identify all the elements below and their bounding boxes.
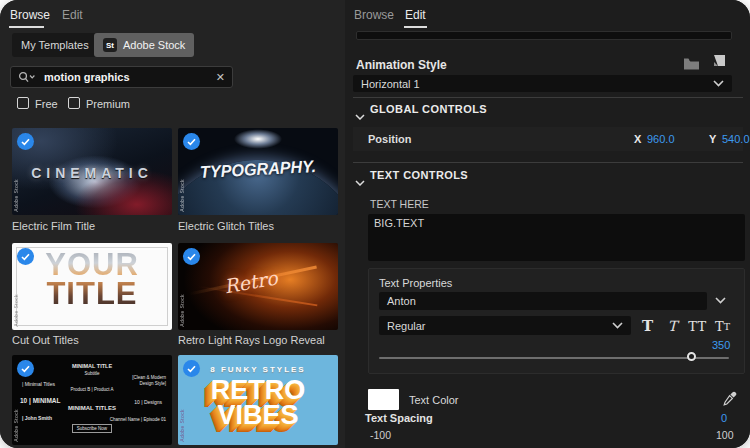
stock-watermark: Adobe Stock bbox=[179, 294, 185, 327]
template-caption: Electric Glitch Titles bbox=[178, 220, 274, 232]
tab-browse-left[interactable]: Browse bbox=[10, 8, 50, 22]
template-retro-vibes[interactable]: Adobe Stock 8 FUNKY STYLES RETROVIBES bbox=[178, 355, 338, 445]
font-size-slider-handle[interactable] bbox=[687, 352, 696, 361]
stock-watermark: Adobe Stock bbox=[179, 409, 185, 442]
selected-check-icon bbox=[17, 360, 34, 377]
text-controls-header[interactable]: TEXT CONTROLS bbox=[370, 169, 468, 181]
selected-check-icon bbox=[17, 133, 34, 150]
subscribe-box: Subscribe Now bbox=[72, 424, 112, 433]
stock-watermark: Adobe Stock bbox=[13, 409, 19, 442]
template-caption: Retro Light Rays Logo Reveal bbox=[178, 334, 325, 346]
text-spacing-max: 100 bbox=[716, 429, 734, 441]
template-electric-film-title[interactable]: Adobe Stock CINEMATIC bbox=[12, 128, 172, 215]
art-line-2: VIBES bbox=[178, 403, 338, 428]
checkbox-premium[interactable] bbox=[68, 97, 80, 109]
text-input-area[interactable]: BIG.TEXT bbox=[368, 214, 745, 261]
thumbnail-tagline: 8 FUNKY STYLES bbox=[178, 365, 338, 374]
mini-title-text: Subscribe Now bbox=[12, 426, 172, 432]
adobe-stock-icon: St bbox=[103, 38, 117, 52]
template-name-bar[interactable] bbox=[356, 31, 732, 40]
position-x-value[interactable]: 960.0 bbox=[647, 133, 675, 145]
small-caps-big-glyph: T bbox=[715, 319, 724, 334]
animation-style-value: Horizontal 1 bbox=[361, 78, 420, 90]
stock-watermark: Adobe Stock bbox=[13, 294, 19, 327]
faux-italic-button[interactable]: T bbox=[661, 315, 684, 337]
text-color-swatch[interactable] bbox=[368, 389, 399, 410]
selected-check-icon bbox=[183, 360, 200, 377]
stock-watermark: Adobe Stock bbox=[179, 179, 185, 212]
essential-graphics-panel: Browse Edit My Templates St Adobe Stock … bbox=[0, 0, 750, 448]
mini-title-text: Product B | Product A bbox=[12, 387, 172, 393]
checkbox-free[interactable] bbox=[17, 97, 29, 109]
checkbox-premium-label: Premium bbox=[86, 98, 130, 110]
chevron-down-icon bbox=[713, 80, 724, 87]
animation-style-label: Animation Style bbox=[356, 58, 447, 72]
font-family-value: Anton bbox=[387, 295, 416, 307]
faux-bold-button[interactable]: T bbox=[636, 315, 659, 337]
mini-title-text: | John Smith bbox=[22, 415, 52, 422]
font-style-dropdown[interactable]: Regular bbox=[379, 316, 631, 335]
tab-edit-left[interactable]: Edit bbox=[62, 8, 83, 22]
chevron-down-icon[interactable] bbox=[355, 172, 365, 190]
text-here-label: TEXT HERE bbox=[370, 198, 429, 210]
font-size-slider[interactable] bbox=[379, 357, 729, 359]
text-spacing-label: Text Spacing bbox=[365, 412, 433, 424]
browse-panel: Browse Edit My Templates St Adobe Stock … bbox=[0, 0, 345, 448]
position-y-value[interactable]: 540.0 bbox=[722, 133, 750, 145]
edit-panel: Browse Edit Animation Style Horizontal 1… bbox=[345, 0, 750, 448]
font-family-dropdown[interactable]: Anton bbox=[379, 292, 707, 310]
position-y-label: Y bbox=[709, 133, 716, 145]
tab-browse-underline bbox=[9, 26, 44, 28]
search-clear-icon[interactable]: ✕ bbox=[216, 72, 225, 83]
eyedropper-icon[interactable] bbox=[723, 391, 737, 410]
position-x-label: X bbox=[634, 133, 641, 145]
art-line-1: YOUR bbox=[12, 250, 172, 279]
template-retro-light-rays[interactable]: Adobe Stock Retro bbox=[178, 243, 338, 330]
template-caption: Cut Out Titles bbox=[12, 334, 79, 346]
tab-edit-right[interactable]: Edit bbox=[405, 8, 426, 22]
tab-my-templates[interactable]: My Templates bbox=[12, 33, 98, 57]
selected-check-icon bbox=[17, 248, 34, 265]
tab-browse-right[interactable]: Browse bbox=[354, 8, 394, 22]
chevron-down-icon[interactable] bbox=[715, 297, 726, 304]
mini-title-text: 10 | Designs bbox=[134, 399, 162, 406]
thumbnail-art-text: YOURTITLE bbox=[12, 250, 172, 309]
my-templates-label: My Templates bbox=[21, 39, 89, 51]
small-caps-small-glyph: T bbox=[724, 321, 730, 332]
text-spacing-min: -100 bbox=[370, 429, 391, 441]
chevron-down-icon[interactable] bbox=[355, 106, 365, 124]
tab-edit-underline bbox=[404, 26, 427, 28]
stock-watermark: Adobe Stock bbox=[13, 179, 19, 212]
chevron-down-icon bbox=[612, 322, 623, 329]
animation-style-dropdown[interactable]: Horizontal 1 bbox=[353, 75, 732, 92]
text-color-label: Text Color bbox=[409, 394, 459, 406]
tab-adobe-stock[interactable]: St Adobe Stock bbox=[94, 33, 194, 57]
selected-check-icon bbox=[183, 248, 200, 265]
all-caps-button[interactable]: TT bbox=[686, 315, 709, 337]
sun-flare-graphic bbox=[226, 128, 290, 152]
font-style-value: Regular bbox=[387, 320, 426, 332]
new-item-icon[interactable] bbox=[711, 54, 726, 73]
position-label: Position bbox=[368, 133, 411, 145]
font-size-value[interactable]: 350 bbox=[712, 339, 730, 351]
search-box[interactable]: ✕ bbox=[10, 66, 233, 88]
section-divider bbox=[353, 162, 743, 163]
small-caps-button[interactable]: TT bbox=[711, 315, 734, 337]
global-controls-header[interactable]: GLOBAL CONTROLS bbox=[370, 103, 487, 115]
mini-title-text: MINIMAL TITLE bbox=[12, 363, 172, 370]
template-electric-glitch-titles[interactable]: Adobe Stock TYPOGRAPHY. bbox=[178, 128, 338, 215]
position-row: Position X 960.0 Y 540.0 bbox=[353, 127, 743, 151]
template-cut-out-titles[interactable]: Adobe Stock YOURTITLE bbox=[12, 243, 172, 330]
mini-title-text: MINIMAL TITLES bbox=[12, 405, 172, 413]
text-spacing-value[interactable]: 0 bbox=[721, 412, 727, 424]
search-input[interactable] bbox=[42, 70, 216, 84]
template-minimal-titles[interactable]: Adobe Stock MINIMAL TITLE Subtitle | Min… bbox=[12, 355, 172, 445]
text-properties-label: Text Properties bbox=[379, 277, 452, 289]
search-icon bbox=[18, 71, 36, 83]
art-line-2: TITLE bbox=[12, 279, 172, 308]
mini-title-text: Channel Name | Episode 01 bbox=[110, 417, 166, 423]
adobe-stock-label: Adobe Stock bbox=[123, 39, 185, 51]
folder-icon[interactable] bbox=[683, 56, 700, 74]
section-divider bbox=[353, 97, 743, 98]
thumbnail-art-text: RETROVIBES bbox=[178, 378, 338, 428]
